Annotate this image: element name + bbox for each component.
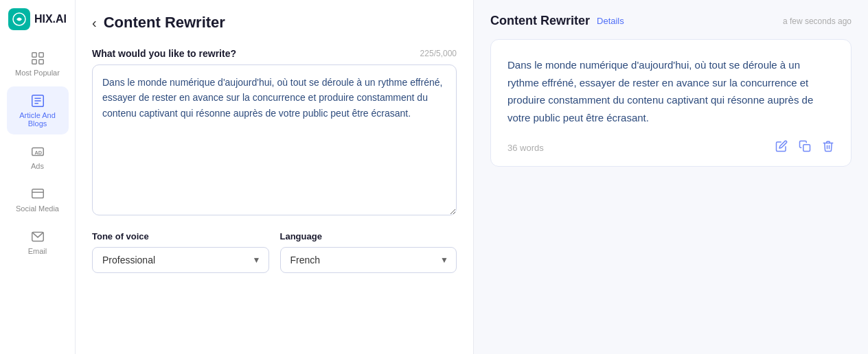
delete-icon[interactable] (822, 140, 834, 155)
copy-icon[interactable] (799, 140, 811, 155)
result-card: Dans le monde numérique d'aujourd'hui, o… (490, 39, 852, 167)
panel-header: ‹ Content Rewriter (92, 14, 457, 32)
input-section: What would you like to rewrite? 225/5,00… (92, 48, 457, 217)
sidebar-item-article-and-blogs[interactable]: Article And Blogs (7, 86, 69, 134)
options-row: Tone of voice Professional Casual Formal… (92, 231, 457, 273)
sidebar-item-ads[interactable]: AD Ads (7, 137, 69, 177)
svg-rect-4 (38, 60, 43, 64)
sidebar-item-label: Ads (31, 162, 44, 170)
star-icon (30, 51, 45, 66)
language-select[interactable]: French English Spanish German Italian (280, 247, 457, 273)
right-panel: Content Rewriter Details a few seconds a… (474, 0, 868, 354)
sidebar-item-most-popular[interactable]: Most Popular (7, 44, 69, 84)
left-panel: ‹ Content Rewriter What would you like t… (76, 0, 474, 354)
tone-group: Tone of voice Professional Casual Formal… (92, 231, 269, 273)
svg-text:AD: AD (34, 150, 42, 156)
sidebar-item-label: Article And Blogs (12, 111, 63, 128)
language-select-wrapper: French English Spanish German Italian ▼ (280, 247, 457, 273)
main-content: ‹ Content Rewriter What would you like t… (76, 0, 868, 354)
logo-text: HIX.AI (34, 13, 67, 25)
word-count: 36 words (507, 143, 544, 153)
sidebar-item-label: Email (28, 247, 47, 255)
right-title-group: Content Rewriter Details (490, 14, 624, 28)
result-text: Dans le monde numérique d'aujourd'hui, o… (507, 56, 834, 126)
article-icon (30, 93, 45, 108)
language-label: Language (280, 231, 457, 241)
sidebar-item-label: Most Popular (15, 69, 60, 77)
svg-rect-2 (38, 53, 43, 57)
edit-icon[interactable] (775, 140, 788, 155)
action-icons (775, 140, 834, 155)
timestamp: a few seconds ago (783, 16, 852, 26)
right-header: Content Rewriter Details a few seconds a… (490, 14, 852, 28)
input-label: What would you like to rewrite? (92, 48, 236, 59)
logo-icon (8, 8, 30, 30)
details-link[interactable]: Details (597, 16, 624, 26)
rewrite-input[interactable]: Dans le monde numérique d'aujourd'hui, o… (92, 64, 457, 215)
tone-label: Tone of voice (92, 231, 269, 241)
language-group: Language French English Spanish German I… (280, 231, 457, 273)
sidebar-item-social-media[interactable]: Social Media (7, 180, 69, 220)
logo: HIX.AI (1, 8, 73, 30)
sidebar-item-label: Social Media (16, 204, 59, 213)
sidebar: HIX.AI Most Popular Article And Blogs (0, 0, 76, 354)
social-media-icon (30, 187, 45, 202)
sidebar-item-email[interactable]: Email (7, 222, 69, 262)
svg-rect-3 (32, 60, 36, 64)
char-count: 225/5,000 (420, 49, 457, 58)
right-panel-title: Content Rewriter (490, 14, 590, 28)
ads-icon: AD (30, 144, 45, 159)
tone-select-wrapper: Professional Casual Formal Friendly Humo… (92, 247, 269, 273)
email-icon (30, 229, 45, 244)
result-footer: 36 words (507, 140, 834, 155)
svg-rect-1 (32, 53, 36, 57)
back-button[interactable]: ‹ (92, 15, 97, 31)
svg-rect-11 (32, 189, 43, 198)
tone-select[interactable]: Professional Casual Formal Friendly Humo… (92, 247, 269, 273)
sidebar-navigation: Most Popular Article And Blogs AD Ads (0, 44, 75, 262)
panel-title: Content Rewriter (104, 14, 225, 32)
svg-rect-14 (803, 145, 810, 152)
